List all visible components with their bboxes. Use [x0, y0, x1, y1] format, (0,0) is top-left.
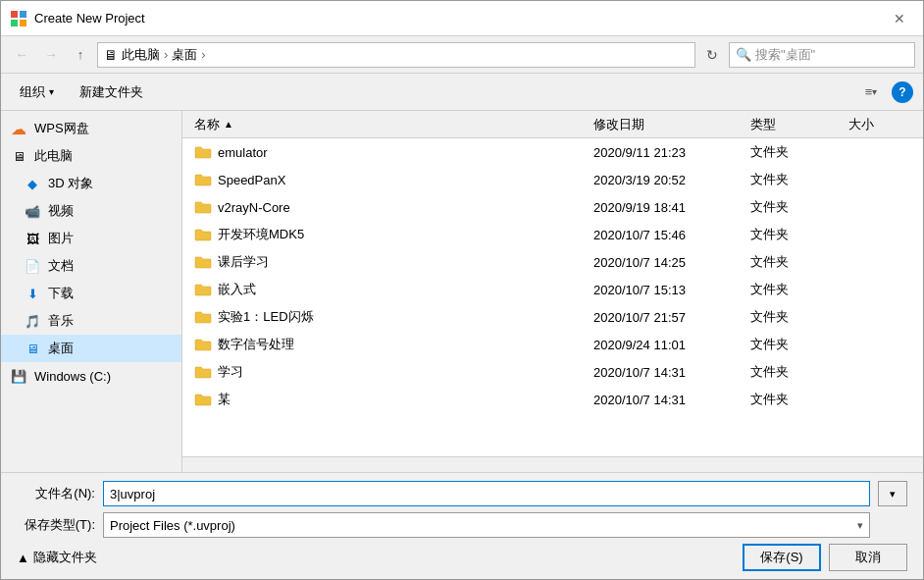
file-type: 文件夹 [743, 226, 841, 243]
sidebar-item-documents[interactable]: 📄 文档 [1, 252, 181, 280]
download-icon: ⬇ [23, 284, 42, 303]
file-list[interactable]: emulator 2020/9/11 21:23 文件夹 SpeedPanX 2… [182, 138, 923, 456]
folder-icon [194, 363, 212, 381]
file-type: 文件夹 [743, 391, 841, 408]
sidebar-item-wps-cloud[interactable]: ☁ WPS网盘 [1, 115, 181, 142]
cancel-button[interactable]: 取消 [829, 544, 907, 571]
video-icon: 📹 [23, 201, 42, 221]
organize-button[interactable]: 组织 ▾ [11, 79, 63, 106]
filetype-dropdown-icon: ▾ [857, 519, 863, 532]
sidebar-item-music[interactable]: 🎵 音乐 [1, 307, 181, 335]
folder-icon [194, 253, 212, 271]
hide-folders-button[interactable]: ▲ 隐藏文件夹 [17, 549, 97, 566]
sidebar-item-desktop[interactable]: 🖥 桌面 [1, 335, 181, 362]
file-type: 文件夹 [743, 281, 841, 298]
folder-icon [194, 226, 212, 243]
sidebar-item-this-pc[interactable]: 🖥 此电脑 [1, 142, 181, 170]
col-header-type[interactable]: 类型 [743, 111, 841, 137]
new-folder-button[interactable]: 新建文件夹 [71, 79, 152, 106]
filetype-row: 保存类型(T): Project Files (*.uvproj) ▾ [17, 512, 907, 538]
table-row[interactable]: emulator 2020/9/11 21:23 文件夹 [182, 138, 923, 166]
file-date: 2020/3/19 20:52 [586, 173, 743, 187]
table-row[interactable]: SpeedPanX 2020/3/19 20:52 文件夹 [182, 166, 923, 193]
file-date: 2020/10/7 14:25 [586, 255, 743, 270]
file-type: 文件夹 [743, 143, 841, 161]
search-box[interactable]: 🔍 搜索"桌面" [729, 42, 915, 68]
table-row[interactable]: 某 2020/10/7 14:31 文件夹 [182, 386, 923, 413]
horizontal-scrollbar[interactable] [182, 456, 923, 472]
filename-row: 文件名(N): ▾ [17, 481, 907, 506]
address-bar[interactable]: 🖥 此电脑 › 桌面 › [97, 42, 695, 68]
file-date: 2020/10/7 21:57 [586, 310, 743, 325]
file-name: 某 [218, 391, 231, 408]
folder-icon [194, 171, 212, 188]
svg-rect-2 [11, 20, 18, 26]
table-row[interactable]: 课后学习 2020/10/7 14:25 文件夹 [182, 248, 923, 276]
help-button[interactable]: ? [892, 81, 913, 103]
file-name: emulator [218, 145, 268, 160]
svg-rect-0 [11, 11, 18, 18]
crumb-sep-2: › [201, 47, 205, 62]
title-bar: Create New Project ✕ [1, 1, 923, 36]
crumb-pc[interactable]: 🖥 此电脑 [104, 46, 160, 64]
sidebar-label-downloads: 下载 [48, 285, 74, 302]
folder-icon [194, 281, 212, 298]
sidebar-label-pictures: 图片 [48, 230, 74, 247]
nav-bar: ← → ↑ 🖥 此电脑 › 桌面 › ↻ 🔍 搜索"桌面" [1, 36, 923, 74]
chevron-down-icon: ▾ [890, 488, 896, 501]
file-type: 文件夹 [743, 363, 841, 381]
sidebar-item-3d[interactable]: ◆ 3D 对象 [1, 170, 181, 197]
dialog-window: Create New Project ✕ ← → ↑ 🖥 此电脑 › 桌面 › … [0, 0, 924, 580]
file-date: 2020/9/24 11:01 [586, 338, 743, 352]
view-button[interactable]: ≡ ▾ [856, 79, 886, 105]
view-dropdown-icon: ▾ [872, 86, 877, 97]
col-header-date[interactable]: 修改日期 [586, 111, 743, 137]
save-button[interactable]: 保存(S) [743, 544, 821, 571]
table-row[interactable]: 数字信号处理 2020/9/24 11:01 文件夹 [182, 331, 923, 358]
file-date: 2020/10/7 15:13 [586, 283, 743, 297]
file-name: 数字信号处理 [218, 336, 294, 353]
table-row[interactable]: v2rayN-Core 2020/9/19 18:41 文件夹 [182, 193, 923, 221]
folder-icon [194, 308, 212, 326]
table-row[interactable]: 嵌入式 2020/10/7 15:13 文件夹 [182, 276, 923, 303]
col-header-size[interactable]: 大小 [841, 111, 919, 137]
crumb-desktop[interactable]: 桌面 [172, 46, 197, 64]
file-type: 文件夹 [743, 253, 841, 271]
file-type: 文件夹 [743, 336, 841, 353]
close-button[interactable]: ✕ [884, 3, 915, 34]
file-date: 2020/10/7 15:46 [586, 228, 743, 242]
sidebar-item-pictures[interactable]: 🖼 图片 [1, 225, 181, 252]
bottom-form: 文件名(N): ▾ 保存类型(T): Project Files (*.uvpr… [1, 472, 923, 579]
file-date: 2020/9/11 21:23 [586, 145, 743, 160]
file-date: 2020/9/19 18:41 [586, 200, 743, 215]
table-row[interactable]: 实验1：LED闪烁 2020/10/7 21:57 文件夹 [182, 303, 923, 331]
sidebar-label-music: 音乐 [48, 312, 74, 330]
sidebar-label-desktop: 桌面 [48, 340, 74, 357]
filename-dropdown-button[interactable]: ▾ [878, 481, 907, 506]
back-button[interactable]: ← [9, 42, 34, 68]
sidebar-item-windows-c[interactable]: 💾 Windows (C:) [1, 362, 181, 390]
app-icon [9, 9, 28, 28]
file-name: 开发环境MDK5 [218, 226, 304, 243]
file-date: 2020/10/7 14:31 [586, 365, 743, 380]
folder-icon [194, 336, 212, 353]
sidebar-item-downloads[interactable]: ⬇ 下载 [1, 280, 181, 307]
file-type: 文件夹 [743, 198, 841, 216]
sidebar-item-videos[interactable]: 📹 视频 [1, 197, 181, 225]
table-row[interactable]: 开发环境MDK5 2020/10/7 15:46 文件夹 [182, 221, 923, 248]
filename-input[interactable] [103, 481, 870, 506]
file-type: 文件夹 [743, 308, 841, 326]
folder-icon [194, 143, 212, 161]
col-header-name[interactable]: 名称 ▲ [186, 111, 586, 137]
up-button[interactable]: ↑ [68, 42, 93, 68]
drive-icon: 💾 [9, 366, 28, 386]
sidebar-label-3d: 3D 对象 [48, 175, 93, 192]
form-buttons: ▲ 隐藏文件夹 保存(S) 取消 [17, 544, 907, 571]
forward-button[interactable]: → [38, 42, 64, 68]
refresh-button[interactable]: ↻ [699, 42, 725, 68]
toolbar: 组织 ▾ 新建文件夹 ≡ ▾ ? [1, 74, 923, 111]
table-row[interactable]: 学习 2020/10/7 14:31 文件夹 [182, 358, 923, 386]
file-name: 嵌入式 [218, 281, 256, 298]
sidebar-label-pc: 此电脑 [34, 147, 73, 165]
filetype-select[interactable]: Project Files (*.uvproj) ▾ [103, 512, 870, 538]
